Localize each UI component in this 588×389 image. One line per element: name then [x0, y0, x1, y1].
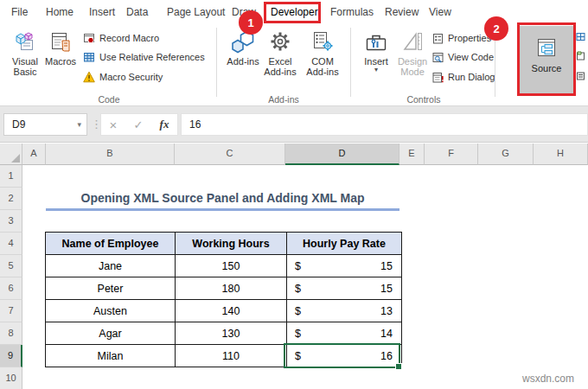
- column-header-e[interactable]: E: [399, 143, 425, 165]
- excel-window: { "ribbon": { "tabs": ["File","Home","In…: [0, 0, 588, 389]
- cell-d8[interactable]: $14: [287, 322, 402, 345]
- tab-file[interactable]: File: [11, 0, 28, 24]
- refresh-data-button[interactable]: Ref: [576, 69, 588, 81]
- column-header-d[interactable]: D: [285, 143, 399, 165]
- group-separator: [350, 28, 351, 97]
- run-dialog-label: Run Dialog: [448, 72, 495, 82]
- table-row: Jane 150 $15: [46, 255, 402, 277]
- insert-controls-button[interactable]: Insert ▾: [358, 27, 394, 73]
- step-1-badge: 1: [239, 10, 263, 35]
- tab-view[interactable]: View: [429, 0, 451, 24]
- visual-basic-button[interactable]: Visual Basic: [7, 27, 43, 77]
- insert-dropdown-caret-icon[interactable]: ▾: [374, 67, 378, 73]
- formula-buttons: × ✓ fx: [100, 113, 178, 136]
- cell-d6[interactable]: $15: [287, 277, 402, 300]
- table-row: Peter 180 $15: [46, 277, 402, 300]
- view-code-button[interactable]: View Code: [432, 50, 494, 64]
- cancel-icon[interactable]: ×: [110, 118, 118, 131]
- row-header-2[interactable]: 2: [0, 188, 22, 210]
- name-box-dropdown-icon[interactable]: ▾: [77, 120, 81, 129]
- sheet-title: Opening XML Source Panel and Adding XML …: [46, 188, 399, 211]
- row-header-5[interactable]: 5: [0, 255, 22, 277]
- macro-security-button[interactable]: Macro Security: [83, 70, 163, 84]
- row-header-9[interactable]: 9: [0, 345, 22, 367]
- table-row: Austen 140 $13: [46, 300, 402, 322]
- macro-security-icon: [83, 71, 95, 83]
- macro-security-label: Macro Security: [99, 72, 163, 82]
- name-box[interactable]: D9 ▾: [3, 113, 87, 136]
- run-dialog-icon: [432, 72, 444, 83]
- formula-input[interactable]: 16: [181, 113, 588, 136]
- tab-insert[interactable]: Insert: [89, 0, 115, 24]
- select-all-button[interactable]: [0, 143, 22, 165]
- excel-add-ins-button[interactable]: Excel Add-ins: [260, 27, 300, 77]
- column-header-c[interactable]: C: [175, 143, 285, 165]
- export-icon: [576, 51, 585, 61]
- cell-b7[interactable]: Austen: [46, 300, 176, 322]
- column-header-h[interactable]: H: [534, 143, 588, 165]
- export-button[interactable]: Exp: [576, 49, 588, 61]
- active-cell-selection[interactable]: [284, 343, 400, 368]
- properties-button[interactable]: Properties: [432, 31, 491, 45]
- design-mode-button[interactable]: Design Mode: [394, 27, 431, 77]
- row-header-7[interactable]: 7: [0, 300, 22, 322]
- use-relative-references-button[interactable]: Use Relative References: [83, 50, 205, 64]
- relative-references-icon: [83, 51, 95, 63]
- row-header-1[interactable]: 1: [0, 165, 22, 188]
- record-macro-icon: [83, 32, 95, 44]
- tab-page-layout[interactable]: Page Layout: [167, 0, 225, 24]
- record-macro-button[interactable]: Record Macro: [83, 31, 159, 45]
- tab-formulas[interactable]: Formulas: [330, 0, 374, 24]
- add-ins-group-label: Add-ins: [268, 94, 299, 105]
- row-header-3[interactable]: 3: [0, 210, 22, 233]
- excel-add-ins-icon: [269, 27, 291, 56]
- cell-c8[interactable]: 130: [176, 322, 287, 345]
- row-header-8[interactable]: 8: [0, 322, 22, 345]
- cell-d7[interactable]: $13: [287, 300, 402, 322]
- header-name-of-employee[interactable]: Name of Employee: [46, 233, 176, 255]
- cell-b6[interactable]: Peter: [46, 277, 176, 300]
- column-header-f[interactable]: F: [425, 143, 478, 165]
- add-ins-label: Add-ins: [227, 56, 259, 67]
- source-button-highlight-box: [517, 22, 576, 96]
- macros-button[interactable]: Macros: [43, 27, 78, 67]
- cell-c6[interactable]: 180: [176, 277, 287, 300]
- view-code-icon: [432, 52, 444, 63]
- tab-data[interactable]: Data: [126, 0, 148, 24]
- properties-icon: [432, 33, 444, 44]
- tab-review[interactable]: Review: [385, 0, 419, 24]
- cell-c7[interactable]: 140: [176, 300, 287, 322]
- header-working-hours[interactable]: Working Hours: [176, 233, 287, 255]
- insert-controls-icon: [365, 27, 387, 56]
- cell-c9[interactable]: 110: [176, 345, 287, 367]
- fill-handle[interactable]: [395, 363, 402, 370]
- cell-c5[interactable]: 150: [176, 255, 287, 277]
- com-add-ins-button[interactable]: COM Add-ins: [301, 27, 344, 77]
- column-header-g[interactable]: G: [478, 143, 534, 165]
- group-separator: [216, 28, 217, 97]
- table-row: Agar 130 $14: [46, 322, 402, 345]
- cell-b9[interactable]: Milan: [46, 345, 176, 367]
- rate-value: 15: [380, 283, 393, 295]
- insert-function-icon[interactable]: fx: [160, 118, 169, 131]
- rate-value: 14: [380, 328, 393, 340]
- column-header-a[interactable]: A: [22, 143, 46, 165]
- cell-d5[interactable]: $15: [287, 255, 402, 277]
- row-header-6[interactable]: 6: [0, 277, 22, 300]
- cell-b8[interactable]: Agar: [46, 322, 176, 345]
- map-properties-button[interactable]: Ma: [576, 30, 588, 42]
- watermark: wsxdn.com: [522, 373, 574, 385]
- rate-value: 13: [380, 305, 393, 317]
- row-header-10[interactable]: 10: [0, 367, 22, 389]
- row-header-4[interactable]: 4: [0, 233, 22, 255]
- currency-symbol: $: [295, 305, 301, 317]
- name-box-value: D9: [12, 118, 25, 131]
- visual-basic-label: Visual Basic: [7, 56, 43, 77]
- map-properties-icon: [576, 32, 585, 41]
- tab-home[interactable]: Home: [46, 0, 74, 24]
- cell-b5[interactable]: Jane: [46, 255, 176, 277]
- header-hourly-pay-rate[interactable]: Hourly Pay Rate: [287, 233, 402, 255]
- run-dialog-button[interactable]: Run Dialog: [432, 70, 495, 84]
- enter-icon[interactable]: ✓: [134, 118, 144, 131]
- column-header-b[interactable]: B: [46, 143, 175, 165]
